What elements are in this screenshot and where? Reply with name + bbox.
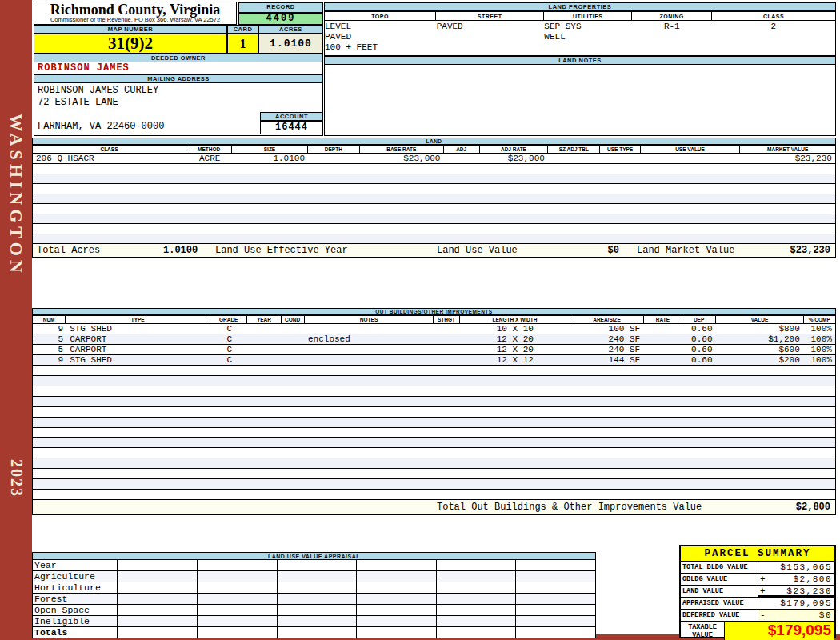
appraisal-cell bbox=[515, 627, 595, 638]
appraisal-cell[interactable] bbox=[515, 582, 595, 593]
ob-comp-header: % COMP bbox=[804, 315, 836, 324]
appraisal-cell[interactable] bbox=[277, 582, 357, 593]
land-use-effective-year-label: Land Use Effective Year bbox=[215, 244, 348, 257]
appraisal-cell[interactable] bbox=[117, 560, 197, 570]
appraisal-cell[interactable] bbox=[277, 594, 357, 604]
summary-row-total-bldg: TOTAL BLDG VALUE $153,065 bbox=[681, 562, 834, 574]
appraisal-cell[interactable] bbox=[436, 571, 516, 582]
ob-sthgt-cell bbox=[434, 334, 459, 344]
acres-value[interactable]: 1.0100 bbox=[258, 34, 323, 54]
record-header: RECORD bbox=[238, 2, 323, 13]
appraisal-cell[interactable] bbox=[277, 571, 357, 582]
appraisal-row-open-space: Open Space bbox=[32, 605, 596, 616]
ob-dims-cell: 10 X 10 bbox=[460, 324, 570, 334]
appraisal-row-year: Year bbox=[32, 560, 596, 571]
appraisal-cell bbox=[356, 627, 436, 638]
appraisal-row-label: Totals bbox=[33, 627, 117, 638]
appraisal-cell[interactable] bbox=[436, 560, 516, 570]
appraisal-cell[interactable] bbox=[356, 594, 436, 604]
ob-grade-cell: C bbox=[211, 355, 248, 365]
topo-value: PAVED bbox=[325, 32, 437, 42]
out-building-row: 9 STG SHED C 10 X 10 100 SF 0.60 $800 10… bbox=[32, 324, 836, 334]
ob-dep-cell: 0.60 bbox=[682, 345, 715, 354]
appraisal-cell[interactable] bbox=[515, 571, 595, 582]
appraisal-cell[interactable] bbox=[356, 582, 436, 593]
utilities-values: SEP SYS WELL bbox=[544, 21, 632, 55]
appraisal-cell bbox=[117, 627, 197, 638]
ob-grade-cell: C bbox=[211, 324, 248, 334]
ob-empty-row bbox=[32, 438, 836, 448]
summary-row-obldg: OBLDG VALUE +$2,800 bbox=[681, 574, 834, 586]
land-empty-row bbox=[32, 194, 836, 205]
ob-rate-cell bbox=[643, 345, 682, 354]
appraisal-cell[interactable] bbox=[197, 594, 277, 604]
mailing-address-header: MAILING ADDRESS bbox=[34, 74, 323, 83]
appraisal-cell[interactable] bbox=[436, 605, 516, 615]
appraisal-cell[interactable] bbox=[515, 560, 595, 570]
appraisal-cell[interactable] bbox=[515, 616, 595, 626]
ob-empty-row bbox=[32, 490, 836, 500]
appraisal-cell[interactable] bbox=[117, 582, 197, 593]
ob-notes-cell: enclosed bbox=[305, 334, 434, 344]
appraisal-cell[interactable] bbox=[197, 605, 277, 615]
deeded-owner-name: ROBINSON JAMES bbox=[34, 62, 323, 74]
ob-notes-cell bbox=[305, 355, 434, 365]
summary-value: $179,095 bbox=[768, 598, 834, 609]
land-adj-cell bbox=[443, 154, 479, 163]
appraisal-cell[interactable] bbox=[515, 594, 595, 604]
land-method-header: METHOD bbox=[186, 145, 232, 154]
land-adj-rate-cell: $23,000 bbox=[480, 154, 548, 163]
summary-label: DEFERRED VALUE bbox=[681, 610, 758, 621]
appraisal-cell[interactable] bbox=[356, 616, 436, 626]
ob-empty-row bbox=[32, 386, 836, 397]
appraisal-cell[interactable] bbox=[356, 560, 436, 570]
ob-num-header: NUM bbox=[32, 315, 66, 324]
ob-rate-header: RATE bbox=[644, 315, 682, 324]
land-empty-row bbox=[32, 164, 836, 174]
appraisal-cell[interactable] bbox=[197, 571, 277, 582]
ob-area-cell: 240 SF bbox=[570, 334, 643, 344]
appraisal-cell[interactable] bbox=[277, 560, 357, 570]
ob-empty-row bbox=[32, 469, 836, 479]
ob-type-header: TYPE bbox=[66, 315, 210, 324]
appraisal-cell[interactable] bbox=[436, 582, 516, 593]
street-column-header: STREET bbox=[436, 11, 544, 21]
appraisal-cell[interactable] bbox=[117, 605, 197, 615]
appraisal-cell[interactable] bbox=[197, 560, 277, 570]
appraisal-cell[interactable] bbox=[356, 605, 436, 615]
appraisal-cell[interactable] bbox=[277, 616, 357, 626]
appraisal-cell[interactable] bbox=[436, 616, 516, 626]
ob-year-cell bbox=[248, 334, 282, 344]
ob-empty-row bbox=[32, 397, 836, 407]
appraisal-cell[interactable] bbox=[197, 582, 277, 593]
account-value[interactable]: 16444 bbox=[260, 121, 323, 134]
land-depth-cell bbox=[308, 154, 360, 163]
appraisal-cell[interactable] bbox=[277, 605, 357, 615]
ob-num-cell: 9 bbox=[33, 355, 66, 365]
appraisal-row-label: Agriculture bbox=[33, 571, 117, 582]
map-number-value[interactable]: 31(9)2 bbox=[34, 34, 227, 54]
ob-year-cell bbox=[248, 355, 282, 365]
ob-value-cell: $200 bbox=[715, 355, 802, 365]
appraisal-cell[interactable] bbox=[356, 571, 436, 582]
appraisal-cell[interactable] bbox=[117, 616, 197, 626]
ob-num-cell: 9 bbox=[33, 324, 66, 334]
ob-empty-row bbox=[32, 479, 836, 490]
deeded-owner-header: DEEDED OWNER bbox=[34, 54, 323, 62]
ob-dep-cell: 0.60 bbox=[682, 355, 715, 365]
appraisal-cell[interactable] bbox=[436, 594, 516, 604]
class-value: 2 bbox=[712, 21, 835, 55]
summary-row-deferred: DEFERRED VALUE -$0 bbox=[681, 610, 834, 622]
appraisal-cell[interactable] bbox=[197, 616, 277, 626]
land-use-appraisal-header: LAND USE VALUE APPRAISAL bbox=[32, 552, 596, 560]
summary-row-land: LAND VALUE +$23,230 bbox=[681, 586, 834, 598]
ob-empty-row bbox=[32, 407, 836, 418]
appraisal-cell[interactable] bbox=[117, 594, 197, 604]
utilities-column-header: UTILITIES bbox=[544, 11, 632, 21]
class-column-header: CLASS bbox=[712, 11, 836, 21]
record-value[interactable]: 4409 bbox=[238, 13, 323, 25]
appraisal-cell[interactable] bbox=[515, 605, 595, 615]
land-section-header: LAND bbox=[32, 138, 836, 145]
card-value[interactable]: 1 bbox=[227, 34, 258, 54]
appraisal-cell[interactable] bbox=[117, 571, 197, 582]
